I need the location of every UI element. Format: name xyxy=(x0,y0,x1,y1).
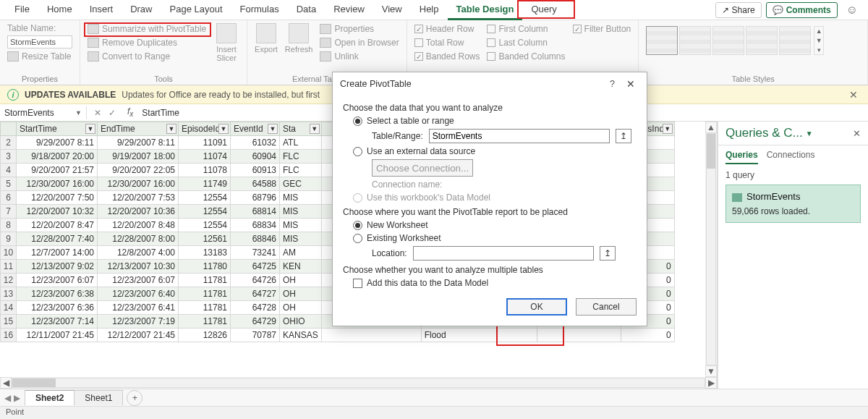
row-header[interactable]: 11 xyxy=(1,260,17,274)
cell[interactable]: 12561 xyxy=(179,232,231,246)
cell[interactable]: 12/13/2007 10:30 xyxy=(98,260,179,274)
scroll-left-arrow[interactable]: ◀ xyxy=(0,377,12,389)
row-header[interactable]: 3 xyxy=(1,150,17,164)
vscroll-track[interactable] xyxy=(706,133,716,365)
cell[interactable]: 64726 xyxy=(231,274,280,287)
cell[interactable]: 12/28/2007 8:00 xyxy=(98,232,179,246)
option-select-table-range[interactable]: Select a table or range xyxy=(353,116,637,126)
cell[interactable]: 60904 xyxy=(231,150,280,164)
row-header[interactable]: 4 xyxy=(1,164,17,177)
cell[interactable]: GEC xyxy=(280,177,322,191)
table-styles-more[interactable]: ▲▼▾ xyxy=(814,26,824,55)
convert-to-range-button[interactable]: Convert to Range xyxy=(88,51,206,62)
sheet-tab-active[interactable]: Sheet2 xyxy=(25,390,75,405)
cell[interactable]: 12554 xyxy=(179,191,231,205)
cell[interactable]: 68796 xyxy=(231,191,280,205)
refresh-button[interactable]: Refresh xyxy=(285,23,313,54)
checkbox-add-data-model[interactable]: Add this data to the Data Model xyxy=(353,278,637,288)
cell[interactable]: 9/18/2007 20:00 xyxy=(17,150,98,164)
cell[interactable]: 12/8/2007 4:00 xyxy=(98,246,179,260)
dialog-close-button[interactable]: ✕ xyxy=(622,78,639,90)
comments-button[interactable]: 💬Comments xyxy=(766,2,838,18)
option-external-source[interactable]: Use an external data source xyxy=(353,146,637,156)
cell[interactable] xyxy=(321,329,421,342)
row-header[interactable]: 7 xyxy=(1,205,17,219)
cell[interactable]: KANSAS xyxy=(280,329,322,342)
pane-dropdown-icon[interactable]: ▼ xyxy=(806,130,813,137)
cell[interactable]: 9/29/2007 8:11 xyxy=(17,136,98,150)
cell[interactable]: OH xyxy=(280,274,322,287)
cell[interactable]: 13183 xyxy=(179,246,231,260)
table-styles-gallery[interactable]: ▲▼▾ xyxy=(646,23,860,55)
table-range-input[interactable] xyxy=(429,129,610,143)
banded-rows-checkbox[interactable] xyxy=(414,52,423,61)
feedback-smiley-icon[interactable]: ☺ xyxy=(842,4,862,17)
cell[interactable]: 12/23/2007 6:41 xyxy=(98,301,179,315)
cell[interactable]: 12/11/2007 21:45 xyxy=(17,329,98,342)
filter-button-checkbox[interactable] xyxy=(573,25,582,33)
radio-existing-worksheet[interactable] xyxy=(353,234,362,243)
choose-connection-button[interactable]: Choose Connection... xyxy=(372,159,473,177)
cancel-formula-icon[interactable]: ✕ xyxy=(94,108,101,118)
sheet-tab[interactable]: Sheet1 xyxy=(74,390,123,405)
hscroll-track[interactable] xyxy=(12,378,705,388)
query-card[interactable]: StormEvents 59,066 rows loaded. xyxy=(726,185,861,223)
cell[interactable]: KEN xyxy=(280,260,322,274)
table-style-thumb[interactable] xyxy=(746,26,778,55)
pane-tab-queries[interactable]: Queries xyxy=(726,150,758,164)
ribbon-tab-data[interactable]: Data xyxy=(288,0,325,20)
cell[interactable]: 12/23/2007 6:07 xyxy=(98,274,179,287)
cell[interactable]: 12/20/2007 7:50 xyxy=(17,191,98,205)
cell[interactable]: 12/12/2007 21:45 xyxy=(98,329,179,342)
cell[interactable]: 11781 xyxy=(179,287,231,301)
cell[interactable]: 9/20/2007 21:57 xyxy=(17,164,98,177)
vscroll-thumb[interactable] xyxy=(707,134,715,169)
cell[interactable]: 12/23/2007 6:07 xyxy=(17,274,98,287)
cell[interactable]: 64588 xyxy=(231,177,280,191)
cell[interactable]: 9/29/2007 8:11 xyxy=(98,136,179,150)
namebox-dropdown-icon[interactable]: ▼ xyxy=(75,109,82,117)
collapse-dialog-button[interactable]: ↥ xyxy=(616,129,631,143)
cell[interactable]: MIS xyxy=(280,205,322,219)
cell[interactable]: 12554 xyxy=(179,205,231,219)
cell[interactable]: FLC xyxy=(280,150,322,164)
column-header[interactable]: EpisodeId▼ xyxy=(179,122,231,136)
radio-external-source[interactable] xyxy=(353,147,362,156)
cell[interactable]: 12/20/2007 8:47 xyxy=(17,219,98,232)
cell[interactable]: 12/23/2007 7:14 xyxy=(17,315,98,329)
cell[interactable]: 64728 xyxy=(231,301,280,315)
header-row-checkbox[interactable] xyxy=(414,25,423,33)
cell[interactable]: 12554 xyxy=(179,219,231,232)
cell[interactable]: 11091 xyxy=(179,136,231,150)
unlink-button[interactable]: Unlink xyxy=(320,51,399,62)
new-sheet-button[interactable]: + xyxy=(127,390,142,406)
cell[interactable]: 12/23/2007 6:38 xyxy=(17,287,98,301)
banded-columns-checkbox[interactable] xyxy=(487,52,495,61)
table-properties-button[interactable]: Properties xyxy=(320,23,399,35)
column-header[interactable]: Sta▼ xyxy=(280,122,322,136)
column-header[interactable]: EventId▼ xyxy=(231,122,280,136)
location-input[interactable] xyxy=(413,246,594,261)
pane-tab-connections[interactable]: Connections xyxy=(767,150,815,164)
table-style-thumb[interactable] xyxy=(646,26,678,55)
cell[interactable]: 12/13/2007 9:02 xyxy=(17,260,98,274)
cell[interactable]: 12/23/2007 6:36 xyxy=(17,301,98,315)
share-button[interactable]: ↗Share xyxy=(715,2,762,18)
vertical-scrollbar[interactable]: ▲ ▼ xyxy=(705,122,717,377)
cell[interactable]: 0 xyxy=(621,329,674,342)
cell[interactable]: Flood xyxy=(421,329,537,342)
table-style-thumb[interactable] xyxy=(779,26,811,55)
chk-add-data-model[interactable] xyxy=(353,279,362,288)
cell[interactable]: 73241 xyxy=(231,246,280,260)
cell[interactable]: 68846 xyxy=(231,232,280,246)
insert-slicer-button[interactable]: Insert Slicer xyxy=(213,23,239,62)
table-style-thumb[interactable] xyxy=(712,26,744,55)
filter-dropdown-icon[interactable]: ▼ xyxy=(663,124,673,134)
ribbon-tab-draw[interactable]: Draw xyxy=(122,0,161,20)
last-column-checkbox[interactable] xyxy=(487,38,495,47)
row-header[interactable]: 10 xyxy=(1,246,17,260)
cell[interactable]: 11078 xyxy=(179,164,231,177)
scroll-right-arrow[interactable]: ▶ xyxy=(705,377,717,389)
total-row-checkbox[interactable] xyxy=(414,38,423,47)
filter-dropdown-icon[interactable]: ▼ xyxy=(166,124,176,134)
